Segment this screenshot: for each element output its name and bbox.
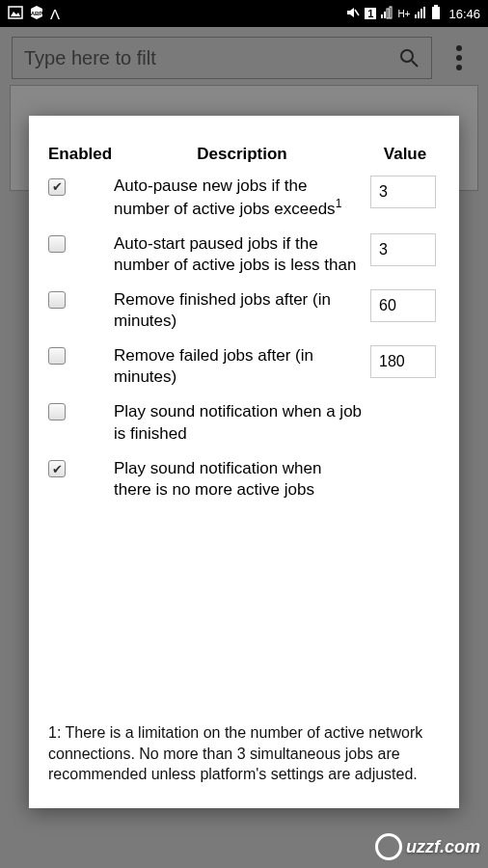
settings-dialog: Enabled Description Value ✔Auto-pause ne… [29, 116, 459, 808]
value-input[interactable]: 3 [370, 176, 436, 208]
svg-rect-7 [384, 12, 386, 18]
value-input[interactable]: 3 [370, 233, 436, 266]
svg-rect-12 [420, 9, 422, 18]
svg-rect-13 [423, 7, 425, 18]
svg-rect-15 [432, 7, 440, 19]
value-input[interactable]: 60 [370, 289, 436, 322]
value-input[interactable]: 180 [370, 345, 436, 378]
svg-text:ABP: ABP [31, 11, 43, 16]
enabled-checkbox[interactable] [48, 291, 66, 309]
svg-rect-14 [434, 5, 438, 7]
setting-description: Remove finished jobs after (in minutes) [114, 289, 370, 332]
header-enabled: Enabled [48, 145, 114, 164]
setting-description: Auto-pause new jobs if the number of act… [114, 176, 370, 220]
signal-icon [380, 6, 393, 22]
setting-row: Auto-start paused jobs if the number of … [48, 233, 440, 276]
enabled-checkbox[interactable] [48, 235, 66, 253]
svg-rect-9 [390, 7, 392, 18]
clock: 16:46 [448, 7, 480, 21]
svg-rect-8 [387, 9, 389, 18]
svg-rect-0 [9, 7, 22, 18]
svg-marker-1 [11, 12, 20, 16]
setting-description: Play sound notification when there is no… [114, 458, 370, 501]
settings-rows: ✔Auto-pause new jobs if the number of ac… [48, 176, 440, 514]
setting-row: Play sound notification when a job is fi… [48, 401, 440, 444]
header-description: Description [114, 145, 370, 164]
svg-rect-10 [415, 14, 417, 18]
toolbar: Type here to filt [0, 27, 488, 89]
setting-row: ✔Auto-pause new jobs if the number of ac… [48, 176, 440, 220]
setting-description: Play sound notification when a job is fi… [114, 401, 370, 444]
picture-icon [8, 5, 23, 23]
setting-row: Remove finished jobs after (in minutes)6… [48, 289, 440, 332]
svg-rect-6 [381, 14, 383, 18]
footnote: 1: There is a limitation on the number o… [48, 722, 440, 785]
search-placeholder: Type here to filt [24, 47, 398, 69]
watermark-logo-icon [375, 833, 402, 860]
setting-row: Remove failed jobs after (in minutes)180 [48, 345, 440, 388]
status-bar: ABP Λ 1 H+ 16:46 [0, 0, 488, 27]
svg-line-17 [412, 61, 418, 67]
enabled-checkbox[interactable]: ✔ [48, 460, 66, 477]
search-icon[interactable] [398, 47, 420, 68]
enabled-checkbox[interactable] [48, 347, 66, 365]
svg-line-5 [355, 10, 359, 15]
svg-point-16 [401, 50, 413, 62]
svg-marker-4 [347, 8, 354, 17]
sim-icon: 1 [365, 8, 376, 19]
abp-icon: ABP [29, 5, 44, 23]
setting-description: Remove failed jobs after (in minutes) [114, 345, 370, 388]
setting-description: Auto-start paused jobs if the number of … [114, 233, 370, 276]
table-header: Enabled Description Value [48, 145, 440, 164]
battery-icon [431, 5, 441, 23]
setting-row: ✔Play sound notification when there is n… [48, 458, 440, 501]
signal2-icon [414, 6, 427, 22]
enabled-checkbox[interactable] [48, 403, 66, 420]
header-value: Value [370, 145, 440, 164]
network-label: H+ [397, 9, 410, 19]
mute-icon [345, 5, 361, 23]
overflow-menu-button[interactable] [442, 45, 476, 70]
watermark: uzzf.com [375, 833, 480, 860]
search-input[interactable]: Type here to filt [12, 37, 432, 79]
lambda-icon: Λ [50, 6, 60, 22]
svg-rect-11 [418, 12, 420, 18]
enabled-checkbox[interactable]: ✔ [48, 178, 66, 196]
watermark-text: uzzf.com [406, 837, 480, 857]
